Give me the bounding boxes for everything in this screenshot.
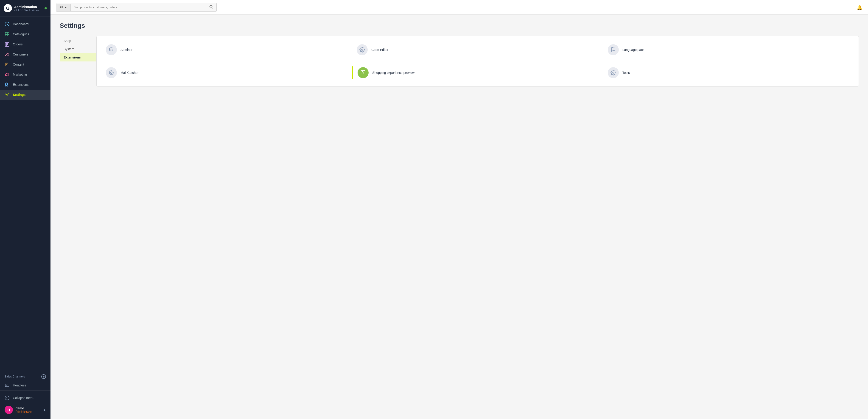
sidebar-item-customers[interactable]: Customers	[0, 49, 51, 59]
sidebar-label-catalogues: Catalogues	[13, 32, 29, 36]
extension-item-language-pack[interactable]: Language pack	[603, 41, 854, 59]
svg-rect-3	[5, 34, 7, 36]
main-content: All 🔔 Settings Shop System E	[51, 0, 868, 419]
language-pack-label: Language pack	[622, 48, 645, 52]
extension-item-mail-catcher[interactable]: Mail Catcher	[101, 64, 352, 82]
svg-point-15	[362, 49, 363, 51]
user-chevron-icon: ▲	[43, 408, 46, 412]
dashboard-icon	[5, 22, 10, 27]
code-editor-icon-circle	[356, 44, 368, 55]
svg-point-21	[613, 72, 614, 73]
svg-point-17	[109, 71, 113, 75]
search-icon	[209, 5, 213, 9]
topbar: All 🔔	[51, 0, 868, 15]
user-profile[interactable]: D demo Administrator ▲	[0, 403, 51, 417]
sidebar-label-content: Content	[13, 63, 24, 66]
extensions-icon	[5, 82, 10, 87]
extensions-grid: Adminer Code Editor	[101, 41, 854, 82]
search-container: All	[56, 3, 217, 12]
sidebar-item-catalogues[interactable]: Catalogues	[0, 29, 51, 39]
adminer-label: Adminer	[121, 48, 132, 52]
collapse-icon	[5, 395, 10, 400]
collapse-menu-button[interactable]: Collapse menu	[0, 393, 51, 403]
marketing-icon	[5, 72, 10, 77]
customers-icon	[5, 52, 10, 57]
extension-item-code-editor[interactable]: Code Editor	[352, 41, 603, 59]
svg-point-6	[6, 53, 7, 54]
gear-icon	[360, 47, 365, 53]
user-info: demo Administrator	[16, 407, 32, 413]
sales-channels-label: Sales Channels	[5, 375, 25, 378]
flag-icon	[611, 47, 616, 53]
settings-nav-extensions[interactable]: Extensions	[60, 53, 96, 61]
sidebar-label-settings: Settings	[13, 93, 26, 97]
content-icon	[5, 62, 10, 67]
sidebar-item-content[interactable]: Content	[0, 59, 51, 69]
sidebar-nav: Dashboard Catalogues Orders	[0, 17, 51, 371]
svg-point-20	[362, 71, 363, 73]
page-content: Settings Shop System Extensions	[51, 15, 868, 419]
sidebar-item-marketing[interactable]: Marketing	[0, 69, 51, 79]
active-indicator-bar	[352, 66, 353, 79]
sidebar-label-extensions: Extensions	[13, 83, 28, 87]
sidebar-label-headless: Headless	[13, 383, 26, 387]
sidebar-label-marketing: Marketing	[13, 73, 27, 76]
settings-icon	[5, 92, 10, 97]
svg-point-10	[6, 94, 8, 95]
app-name: Administration	[14, 5, 40, 9]
svg-point-14	[110, 48, 113, 49]
mail-catcher-icon-circle	[106, 67, 117, 78]
app-version: v6.4.8.0 Stable Version	[14, 9, 40, 11]
extension-item-tools[interactable]: Tools	[603, 64, 854, 82]
tools-icon	[611, 70, 616, 75]
search-image-icon	[360, 70, 366, 75]
clock-circle-icon	[108, 70, 114, 75]
extension-item-shopping-experience[interactable]: Shopping experience preview	[352, 64, 603, 82]
user-name: demo	[16, 407, 32, 410]
status-dot	[44, 7, 47, 9]
sidebar-item-orders[interactable]: Orders	[0, 39, 51, 49]
sidebar: G Administration v6.4.8.0 Stable Version…	[0, 0, 51, 419]
sidebar-label-dashboard: Dashboard	[13, 22, 29, 26]
shopping-experience-icon-circle	[358, 67, 369, 78]
sidebar-item-headless[interactable]: Headless	[0, 380, 51, 390]
sidebar-label-customers: Customers	[13, 53, 28, 56]
chevron-down-icon	[64, 6, 67, 9]
shopping-experience-label: Shopping experience preview	[372, 71, 414, 74]
settings-nav-system[interactable]: System	[60, 45, 96, 53]
sidebar-item-dashboard[interactable]: Dashboard	[0, 19, 51, 29]
tools-icon-circle	[608, 67, 619, 78]
search-input[interactable]	[71, 4, 206, 11]
search-button[interactable]	[206, 3, 216, 11]
sidebar-label-orders: Orders	[13, 42, 23, 46]
sidebar-footer: Collapse menu D demo Administrator ▲	[0, 390, 51, 419]
orders-icon	[5, 42, 10, 47]
mail-catcher-label: Mail Catcher	[121, 71, 138, 74]
extension-item-adminer[interactable]: Adminer	[101, 41, 352, 59]
search-filter-label: All	[59, 5, 63, 9]
app-title-block: Administration v6.4.8.0 Stable Version	[14, 5, 40, 11]
settings-nav-shop[interactable]: Shop	[60, 37, 96, 45]
svg-rect-19	[361, 71, 365, 74]
add-sales-channel-button[interactable]: +	[41, 374, 46, 379]
sidebar-item-extensions[interactable]: Extensions	[0, 79, 51, 90]
svg-rect-2	[7, 32, 9, 34]
svg-rect-4	[7, 34, 9, 36]
language-pack-icon-circle	[608, 44, 619, 55]
adminer-icon-circle	[106, 44, 117, 55]
notifications-button[interactable]: 🔔	[857, 5, 863, 10]
svg-point-13	[210, 5, 212, 8]
database-icon	[108, 47, 114, 53]
extension-item-shopping-wrapper: Shopping experience preview	[352, 64, 603, 82]
sidebar-item-settings[interactable]: Settings	[0, 90, 51, 100]
user-avatar: D	[5, 406, 13, 414]
svg-rect-11	[5, 384, 9, 387]
svg-rect-8	[5, 63, 9, 66]
page-title: Settings	[60, 22, 859, 29]
extensions-grid-container: Adminer Code Editor	[96, 36, 859, 87]
settings-layout: Shop System Extensions	[60, 36, 859, 87]
svg-point-18	[111, 72, 112, 74]
headless-icon	[5, 383, 10, 388]
user-role: Administrator	[16, 410, 32, 413]
search-filter-button[interactable]: All	[56, 4, 71, 11]
